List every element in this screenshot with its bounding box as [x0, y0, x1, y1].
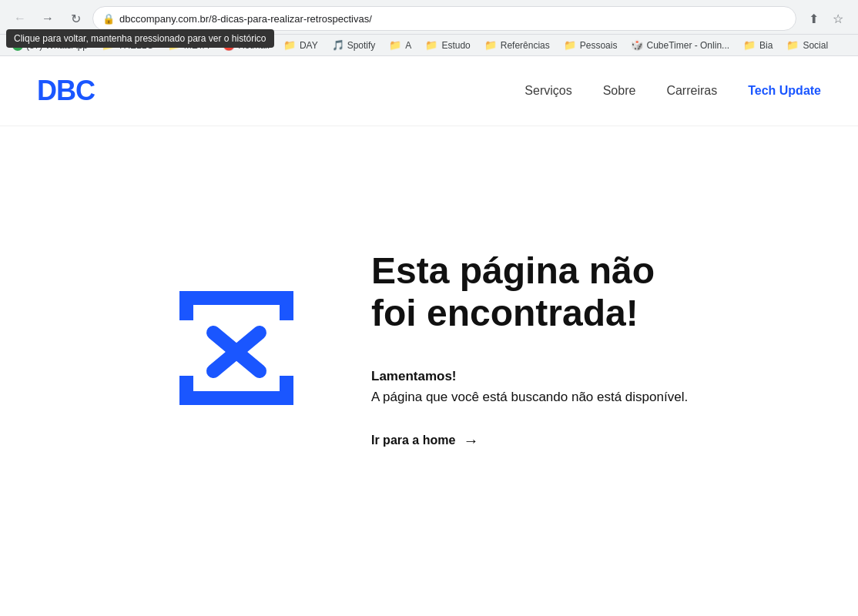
nav-link-servicos[interactable]: Serviços: [525, 84, 571, 97]
website-content: DBC Serviços Sobre Carreiras Tech Update: [0, 56, 858, 595]
nav-item-servicos[interactable]: Serviços: [525, 84, 571, 98]
bookmark-cubetimer-label: CubeTimer - Onlin...: [646, 40, 729, 51]
bookmark-trello-label: TRELLO: [118, 40, 154, 51]
lock-icon: 🔒: [102, 13, 115, 25]
bookmark-estudo[interactable]: 📁 Estudo: [419, 37, 476, 53]
folder-icon-bia: 📁: [743, 39, 756, 51]
nav-link-carreiras[interactable]: Carreiras: [666, 84, 717, 97]
home-link[interactable]: Ir para a home →: [371, 432, 695, 450]
bookmark-whatsapp-label: (37) WhatsApp: [26, 40, 88, 51]
folder-icon-a: 📁: [389, 39, 401, 51]
share-button[interactable]: ⬆: [803, 8, 824, 29]
bookmark-a[interactable]: 📁 A: [383, 37, 417, 53]
bookmark-pessoais[interactable]: 📁 Pessoais: [558, 37, 624, 53]
bookmark-a-label: A: [405, 40, 411, 51]
nav-link-sobre[interactable]: Sobre: [603, 84, 636, 97]
error-section: Esta página não foi encontrada! Lamentam…: [0, 126, 858, 573]
error-description: Lamentamos! A página que você está busca…: [371, 366, 695, 407]
bookmark-referencias-label: Referências: [501, 40, 550, 51]
bookmark-pessoais-label: Pessoais: [580, 40, 618, 51]
day-icon: 📁: [283, 39, 296, 51]
bookmark-bia[interactable]: 📁 Bia: [737, 37, 779, 53]
nav-link-tech-update[interactable]: Tech Update: [748, 84, 821, 97]
sorry-text: Lamentamos!: [371, 369, 457, 383]
bookmark-spotify-label: Spotify: [347, 40, 376, 51]
nav-links: Serviços Sobre Carreiras Tech Update: [525, 84, 821, 98]
bookmark-hotmail[interactable]: 🔴 Hotmail: [216, 37, 276, 53]
bookmark-meta-label: META: [184, 40, 209, 51]
home-link-label: Ir para a home: [371, 434, 455, 447]
nav-item-sobre[interactable]: Sobre: [603, 84, 636, 98]
error-text: Esta página não foi encontrada! Lamentam…: [371, 249, 695, 450]
bookmark-meta[interactable]: 📁 META: [162, 37, 215, 53]
bookmark-social-label: Social: [803, 40, 828, 51]
url-text: dbccompany.com.br/8-dicas-para-realizar-…: [119, 13, 786, 25]
bookmark-referencias[interactable]: 📁 Referências: [478, 37, 556, 53]
folder-icon-estudo: 📁: [425, 39, 437, 51]
bookmark-whatsapp[interactable]: W (37) WhatsApp: [6, 38, 94, 53]
bookmark-day-label: DAY: [300, 40, 318, 51]
bookmark-social[interactable]: 📁 Social: [780, 37, 834, 53]
arrow-right-icon: →: [463, 432, 478, 450]
back-button[interactable]: ←: [9, 8, 31, 29]
description-body: A página que você está buscando não está…: [371, 387, 695, 407]
browser-chrome: ← → ↻ Clique para voltar, mantenha press…: [0, 0, 858, 56]
bookmark-trello[interactable]: 📁 TRELLO: [96, 37, 160, 53]
folder-icon-social: 📁: [786, 39, 799, 51]
bookmark-cubetimer[interactable]: 🎲 CubeTimer - Onlin...: [625, 37, 736, 53]
folder-icon: 📁: [102, 39, 114, 51]
folder-icon-meta: 📁: [168, 39, 180, 51]
bookmark-hotmail-label: Hotmail: [238, 40, 270, 51]
folder-icon-pessoais: 📁: [564, 39, 576, 51]
reload-button[interactable]: ↻: [65, 8, 86, 29]
broken-image-svg: [163, 283, 310, 413]
browser-right-icons: ⬆ ☆: [803, 8, 849, 29]
nav-item-carreiras[interactable]: Carreiras: [666, 84, 717, 98]
error-icon-container: [163, 283, 310, 417]
error-title: Esta página não foi encontrada!: [371, 249, 695, 334]
spotify-icon: 🎵: [332, 39, 344, 51]
site-logo[interactable]: DBC: [37, 75, 95, 107]
folder-icon-referencias: 📁: [484, 39, 497, 51]
nav-item-tech-update[interactable]: Tech Update: [748, 84, 821, 98]
bookmarks-bar: W (37) WhatsApp 📁 TRELLO 📁 META 🔴 Hotmai…: [0, 34, 858, 55]
bookmark-spotify[interactable]: 🎵 Spotify: [326, 37, 382, 53]
hotmail-icon: 🔴: [223, 39, 235, 51]
forward-button[interactable]: →: [37, 8, 59, 29]
whatsapp-icon: W: [12, 40, 23, 51]
bookmark-estudo-label: Estudo: [441, 40, 470, 51]
bookmark-button[interactable]: ☆: [827, 8, 849, 29]
cubetimer-icon: 🎲: [631, 39, 643, 51]
address-bar[interactable]: 🔒 dbccompany.com.br/8-dicas-para-realiza…: [92, 6, 796, 31]
bookmark-day[interactable]: 📁 DAY: [277, 37, 324, 53]
site-navigation: DBC Serviços Sobre Carreiras Tech Update: [0, 56, 858, 126]
bookmark-bia-label: Bia: [759, 40, 773, 51]
